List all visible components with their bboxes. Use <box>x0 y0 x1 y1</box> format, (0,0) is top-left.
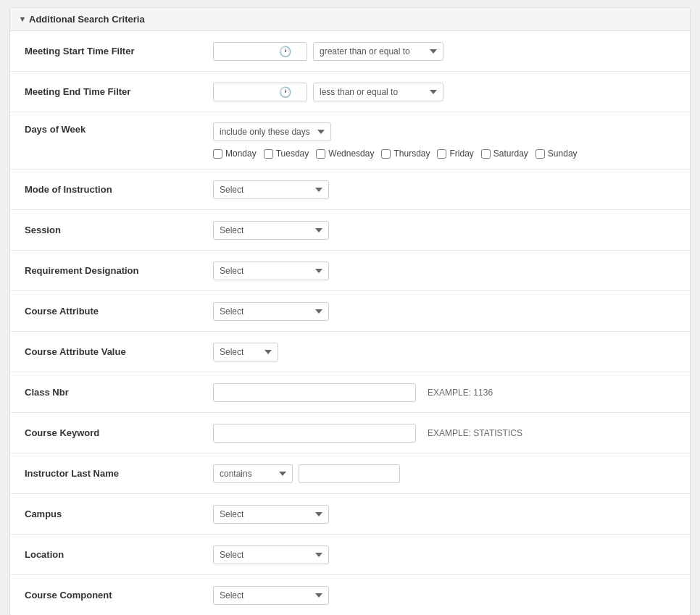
checkbox-thursday[interactable] <box>381 149 391 159</box>
day-friday-label: Friday <box>449 148 473 159</box>
search-criteria-panel: ▾ Additional Search Criteria Meeting Sta… <box>9 7 691 615</box>
course-attribute-value-controls: Select <box>213 343 675 361</box>
days-include-select[interactable]: include only these days exclude these da… <box>213 122 331 141</box>
days-of-week-label: Days of Week <box>25 122 213 159</box>
checkbox-friday[interactable] <box>437 149 446 159</box>
checkbox-sunday[interactable] <box>536 149 545 159</box>
course-keyword-label: Course Keyword <box>25 427 213 438</box>
day-thursday-label: Thursday <box>393 148 430 159</box>
meeting-start-time-label: Meeting Start Time Filter <box>25 46 213 57</box>
checkbox-wednesday[interactable] <box>316 149 325 159</box>
requirement-designation-label: Requirement Designation <box>25 265 213 276</box>
day-sunday-label: Sunday <box>548 148 578 159</box>
day-thursday[interactable]: Thursday <box>381 148 430 159</box>
course-attribute-controls: Select <box>213 302 675 321</box>
section-header[interactable]: ▾ Additional Search Criteria <box>10 8 690 31</box>
course-keyword-controls: EXAMPLE: STATISTICS <box>213 424 675 443</box>
class-nbr-row: Class Nbr EXAMPLE: 1136 <box>10 372 690 413</box>
day-saturday-label: Saturday <box>493 148 528 159</box>
day-friday[interactable]: Friday <box>437 148 473 159</box>
days-of-week-row: Days of Week include only these days exc… <box>10 112 690 170</box>
mode-of-instruction-label: Mode of Instruction <box>25 184 213 195</box>
mode-of-instruction-row: Mode of Instruction Select <box>10 170 690 210</box>
instructor-last-name-input[interactable] <box>299 464 400 483</box>
meeting-end-time-row: Meeting End Time Filter 🕐 less than or e… <box>10 72 690 112</box>
day-saturday[interactable]: Saturday <box>481 148 528 159</box>
course-attribute-label: Course Attribute <box>25 306 213 317</box>
days-checkboxes: Monday Tuesday Wednesday Thursday Friday <box>213 148 578 159</box>
session-label: Session <box>25 225 213 235</box>
campus-select[interactable]: Select <box>213 505 329 524</box>
campus-row: Campus Select <box>10 494 690 535</box>
course-attribute-row: Course Attribute Select <box>10 291 690 332</box>
mode-of-instruction-controls: Select <box>213 180 675 199</box>
instructor-contains-select[interactable]: contains starts with equals <box>213 464 293 483</box>
course-keyword-row: Course Keyword EXAMPLE: STATISTICS <box>10 413 690 453</box>
location-label: Location <box>25 549 213 560</box>
course-component-label: Course Component <box>25 590 213 601</box>
checkbox-monday[interactable] <box>213 149 222 159</box>
course-component-controls: Select <box>213 586 675 605</box>
mode-of-instruction-select[interactable]: Select <box>213 180 329 199</box>
day-wednesday[interactable]: Wednesday <box>316 148 374 159</box>
day-wednesday-label: Wednesday <box>328 148 374 159</box>
meeting-end-time-controls: 🕐 less than or equal to greater than or … <box>213 83 675 101</box>
day-monday-label: Monday <box>225 148 257 159</box>
start-time-operator-select[interactable]: greater than or equal to less than or eq… <box>313 42 443 61</box>
campus-controls: Select <box>213 505 675 524</box>
instructor-last-name-row: Instructor Last Name contains starts wit… <box>10 453 690 494</box>
instructor-last-name-controls: contains starts with equals <box>213 464 675 483</box>
chevron-icon: ▾ <box>20 14 25 24</box>
day-tuesday[interactable]: Tuesday <box>264 148 309 159</box>
session-controls: Select <box>213 221 675 240</box>
end-time-operator-select[interactable]: less than or equal to greater than or eq… <box>313 83 443 101</box>
session-select[interactable]: Select <box>213 221 329 240</box>
days-top-controls: include only these days exclude these da… <box>213 122 578 141</box>
day-monday[interactable]: Monday <box>213 148 257 159</box>
requirement-designation-controls: Select <box>213 262 675 280</box>
section-title: Additional Search Criteria <box>29 14 145 25</box>
end-time-input[interactable] <box>218 87 276 97</box>
start-time-input[interactable] <box>218 46 276 57</box>
location-controls: Select <box>213 545 675 564</box>
meeting-start-time-row: Meeting Start Time Filter 🕐 greater than… <box>10 31 690 72</box>
class-nbr-example: EXAMPLE: 1136 <box>428 388 493 398</box>
course-attribute-value-row: Course Attribute Value Select <box>10 332 690 372</box>
course-attribute-value-label: Course Attribute Value <box>25 346 213 357</box>
instructor-last-name-label: Instructor Last Name <box>25 468 213 479</box>
requirement-designation-row: Requirement Designation Select <box>10 251 690 291</box>
course-component-select[interactable]: Select <box>213 586 329 605</box>
meeting-start-time-controls: 🕐 greater than or equal to less than or … <box>213 42 675 61</box>
course-attribute-value-select[interactable]: Select <box>213 343 278 361</box>
class-nbr-input[interactable] <box>213 383 416 402</box>
course-keyword-example: EXAMPLE: STATISTICS <box>428 428 522 438</box>
clock-icon[interactable]: 🕐 <box>279 46 291 57</box>
location-select[interactable]: Select <box>213 545 329 564</box>
course-keyword-input[interactable] <box>213 424 416 443</box>
meeting-end-time-label: Meeting End Time Filter <box>25 86 213 97</box>
end-time-input-wrap: 🕐 <box>213 83 307 101</box>
requirement-designation-select[interactable]: Select <box>213 262 329 280</box>
day-tuesday-label: Tuesday <box>276 148 309 159</box>
campus-label: Campus <box>25 509 213 519</box>
session-row: Session Select <box>10 210 690 251</box>
day-sunday[interactable]: Sunday <box>536 148 578 159</box>
days-of-week-controls: include only these days exclude these da… <box>213 122 578 159</box>
start-time-input-wrap: 🕐 <box>213 42 307 61</box>
course-attribute-select[interactable]: Select <box>213 302 329 321</box>
class-nbr-controls: EXAMPLE: 1136 <box>213 383 675 402</box>
checkbox-tuesday[interactable] <box>264 149 273 159</box>
class-nbr-label: Class Nbr <box>25 387 213 398</box>
instructor-inner-controls: contains starts with equals <box>213 464 400 483</box>
clock-icon-end[interactable]: 🕐 <box>279 86 291 98</box>
checkbox-saturday[interactable] <box>481 149 491 159</box>
location-row: Location Select <box>10 535 690 575</box>
course-component-row: Course Component Select <box>10 575 690 615</box>
